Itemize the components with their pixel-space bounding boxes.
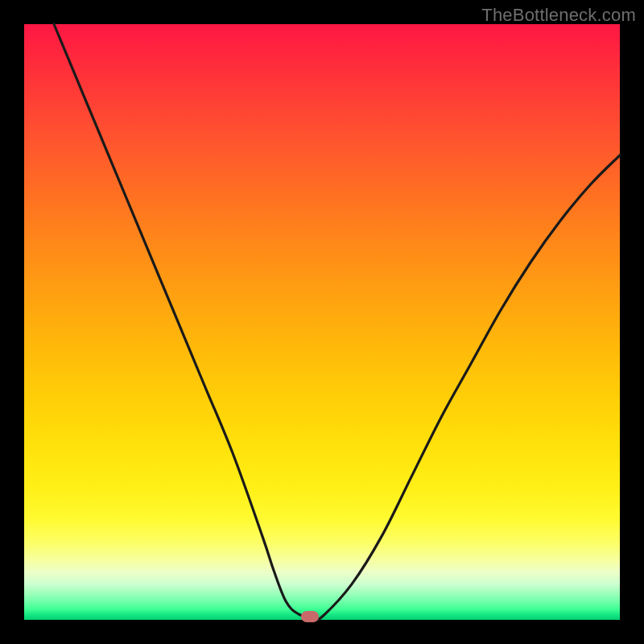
minimum-marker [301, 611, 319, 622]
plot-area [24, 24, 620, 620]
bottleneck-curve [24, 24, 620, 620]
chart-frame: TheBottleneck.com [0, 0, 644, 644]
watermark-text: TheBottleneck.com [481, 5, 636, 26]
